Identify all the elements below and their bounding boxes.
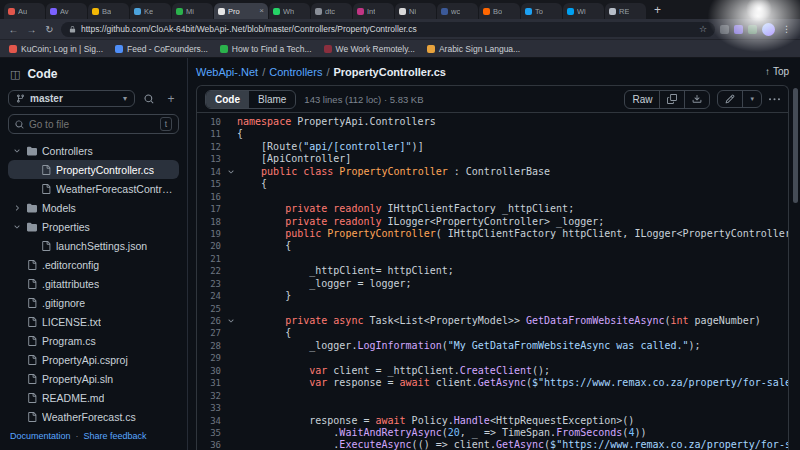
line-number[interactable]: 27	[197, 327, 225, 339]
browser-tab[interactable]: Au	[4, 3, 45, 19]
back-icon[interactable]: ←	[7, 24, 20, 35]
line-number[interactable]: 28	[197, 340, 225, 352]
bookmark-item[interactable]: We Work Remotely...	[324, 44, 415, 54]
scrollbar-thumb[interactable]	[793, 88, 798, 203]
tab-code[interactable]: Code	[206, 91, 249, 108]
browser-tab[interactable]: Ni	[395, 3, 436, 19]
profile-avatar[interactable]	[762, 23, 775, 36]
line-number[interactable]: 31	[197, 377, 225, 389]
share-feedback-link[interactable]: Share feedback	[84, 431, 147, 441]
line-number[interactable]: 14	[197, 166, 225, 178]
more-options-button[interactable]	[769, 94, 780, 105]
browser-tab[interactable]: Int	[353, 3, 394, 19]
extension-icon[interactable]	[748, 25, 757, 34]
bookmark-item[interactable]: KuCoin; Log in | Sig...	[9, 44, 103, 54]
browser-tab[interactable]: Wi	[563, 3, 604, 19]
bookmark-favicon	[220, 45, 228, 53]
line-number[interactable]: 16	[197, 191, 225, 203]
go-to-file-box[interactable]: t	[8, 114, 179, 134]
documentation-link[interactable]: Documentation	[10, 431, 71, 441]
file-tree-item--gitattributes[interactable]: .gitattributes	[8, 274, 179, 293]
file-tree-item-weatherforecast-cs[interactable]: WeatherForecast.cs	[8, 407, 179, 426]
line-number[interactable]: 25	[197, 303, 225, 315]
browser-tab[interactable]: Ba	[88, 3, 129, 19]
browser-tab[interactable]: To	[521, 3, 562, 19]
line-number[interactable]: 21	[197, 253, 225, 265]
line-number[interactable]: 17	[197, 203, 225, 215]
scrollbar[interactable]	[793, 60, 799, 448]
file-tree-item-readme-md[interactable]: README.md	[8, 388, 179, 407]
sidebar-search-button[interactable]	[141, 91, 157, 107]
bookmark-star-icon[interactable]: ☆	[699, 24, 707, 34]
edit-dropdown-button[interactable]: ▾	[743, 91, 761, 107]
file-tree-item--gitignore[interactable]: .gitignore	[8, 293, 179, 312]
browser-tab[interactable]: Wh	[269, 3, 310, 19]
breadcrumb-folder-link[interactable]: Controllers	[269, 66, 322, 78]
line-number[interactable]: 15	[197, 178, 225, 190]
tab-blame[interactable]: Blame	[249, 91, 295, 108]
line-number[interactable]: 33	[197, 402, 225, 414]
browser-tab[interactable]: Mi	[172, 3, 213, 19]
browser-menu-icon[interactable]: ⋮	[780, 24, 793, 34]
browser-tab[interactable]: Bo	[479, 3, 520, 19]
file-tree-item-license-txt[interactable]: LICENSE.txt	[8, 312, 179, 331]
browser-tab[interactable]: Av	[46, 3, 87, 19]
line-number[interactable]: 36	[197, 439, 225, 450]
go-to-file-input[interactable]	[29, 119, 155, 130]
file-tree-item-properties[interactable]: Properties	[8, 217, 179, 236]
browser-tab[interactable]: dtc	[311, 3, 352, 19]
line-number[interactable]: 24	[197, 290, 225, 302]
file-tree-item-propertyapi-sln[interactable]: PropertyApi.sln	[8, 369, 179, 388]
reload-icon[interactable]: ↻	[43, 24, 56, 35]
fold-toggle-icon[interactable]	[225, 166, 237, 178]
copy-button[interactable]	[660, 91, 685, 108]
line-number[interactable]: 10	[197, 116, 225, 128]
line-number[interactable]: 34	[197, 415, 225, 427]
forward-icon[interactable]: →	[25, 24, 38, 35]
add-file-button[interactable]: +	[163, 91, 179, 107]
bookmark-item[interactable]: Arabic Sign Langua...	[427, 44, 520, 54]
edit-file-button[interactable]	[718, 91, 743, 107]
line-number[interactable]: 13	[197, 153, 225, 165]
file-tree-item-models[interactable]: Models	[8, 198, 179, 217]
collapse-sidebar-icon[interactable]: ◫	[10, 68, 20, 81]
file-tree-item-program-cs[interactable]: Program.cs	[8, 331, 179, 350]
extension-icon[interactable]	[734, 25, 743, 34]
address-bar[interactable]: https://github.com/CloAk-64bit/WebApi-.N…	[61, 22, 715, 37]
line-number[interactable]: 26	[197, 315, 225, 327]
line-number[interactable]: 22	[197, 265, 225, 277]
line-number[interactable]: 30	[197, 365, 225, 377]
browser-tab[interactable]: wc	[437, 3, 478, 19]
file-tree-item-launchsettings-json[interactable]: launchSettings.json	[8, 236, 179, 255]
file-tree-item-controllers[interactable]: Controllers	[8, 141, 179, 160]
file-tree-item-propertyapi-csproj[interactable]: PropertyApi.csproj	[8, 350, 179, 369]
file-tree-item--editorconfig[interactable]: .editorconfig	[8, 255, 179, 274]
file-tree-item-weatherforecastcontroller-cs[interactable]: WeatherForecastController.cs	[8, 179, 179, 198]
bookmark-item[interactable]: How to Find a Tech...	[220, 44, 312, 54]
browser-tab[interactable]: Pro×	[214, 3, 268, 19]
line-number[interactable]: 23	[197, 278, 225, 290]
fold-toggle-icon[interactable]	[225, 315, 237, 327]
tab-close-icon[interactable]: ×	[259, 7, 264, 15]
breadcrumb-repo-link[interactable]: WebApi-.Net	[196, 66, 258, 78]
line-number[interactable]: 18	[197, 216, 225, 228]
raw-button[interactable]: Raw	[625, 91, 660, 108]
line-number[interactable]: 29	[197, 352, 225, 364]
line-number[interactable]: 11	[197, 128, 225, 140]
new-tab-button[interactable]: +	[647, 3, 668, 17]
browser-toolbar: ← → ↻ https://github.com/CloAk-64bit/Web…	[0, 19, 800, 40]
browser-tab[interactable]: Ke	[130, 3, 171, 19]
back-to-top-link[interactable]: ↑ Top	[765, 66, 789, 77]
line-number[interactable]: 12	[197, 141, 225, 153]
bookmark-item[interactable]: Feed - CoFounders...	[115, 44, 208, 54]
extension-icon[interactable]	[720, 25, 729, 34]
line-number[interactable]: 19	[197, 228, 225, 240]
code-text: response = await Policy.Handle<HttpReque…	[237, 415, 788, 427]
download-button[interactable]	[685, 91, 709, 108]
line-number[interactable]: 35	[197, 427, 225, 439]
line-number[interactable]: 20	[197, 240, 225, 252]
browser-tab[interactable]: RE	[605, 3, 646, 19]
line-number[interactable]: 32	[197, 390, 225, 402]
branch-selector[interactable]: master ▾	[8, 90, 135, 107]
file-tree-item-propertycontroller-cs[interactable]: PropertyController.cs	[8, 160, 179, 179]
